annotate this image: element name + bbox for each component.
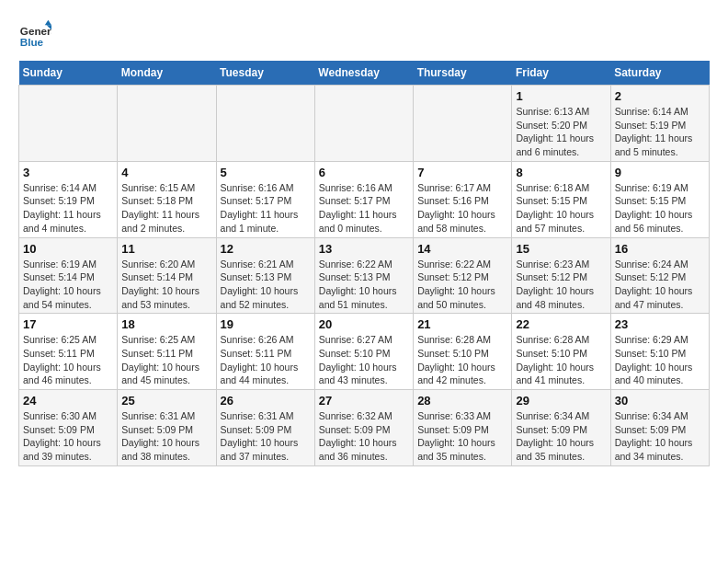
svg-text:Blue: Blue	[20, 36, 44, 48]
day-number: 27	[319, 394, 409, 408]
calendar-header: SundayMondayTuesdayWednesdayThursdayFrid…	[19, 61, 710, 86]
calendar-week: 10Sunrise: 6:19 AM Sunset: 5:14 PM Dayli…	[19, 237, 710, 314]
weekday-header: Monday	[118, 61, 216, 86]
day-info: Sunrise: 6:33 AM Sunset: 5:09 PM Dayligh…	[417, 409, 507, 464]
day-info: Sunrise: 6:15 AM Sunset: 5:18 PM Dayligh…	[121, 181, 211, 236]
calendar-week: 1Sunrise: 6:13 AM Sunset: 5:20 PM Daylig…	[19, 86, 710, 162]
day-info: Sunrise: 6:19 AM Sunset: 5:15 PM Dayligh…	[615, 181, 705, 236]
day-number: 7	[417, 166, 507, 179]
calendar-cell: 6Sunrise: 6:16 AM Sunset: 5:17 PM Daylig…	[314, 161, 413, 237]
calendar-cell: 22Sunrise: 6:28 AM Sunset: 5:10 PM Dayli…	[512, 314, 610, 390]
calendar-cell: 5Sunrise: 6:16 AM Sunset: 5:17 PM Daylig…	[216, 161, 314, 237]
day-number: 9	[615, 166, 705, 179]
day-info: Sunrise: 6:34 AM Sunset: 5:09 PM Dayligh…	[516, 409, 606, 464]
day-info: Sunrise: 6:27 AM Sunset: 5:10 PM Dayligh…	[319, 333, 409, 387]
day-number: 11	[121, 242, 211, 256]
day-info: Sunrise: 6:14 AM Sunset: 5:19 PM Dayligh…	[615, 105, 705, 159]
calendar-cell: 14Sunrise: 6:22 AM Sunset: 5:12 PM Dayli…	[414, 237, 512, 314]
day-number: 5	[221, 166, 311, 179]
calendar-cell: 8Sunrise: 6:18 AM Sunset: 5:15 PM Daylig…	[512, 161, 610, 237]
calendar-cell	[414, 86, 512, 162]
calendar-week: 24Sunrise: 6:30 AM Sunset: 5:09 PM Dayli…	[19, 390, 710, 466]
day-number: 10	[23, 242, 113, 256]
day-number: 23	[615, 317, 705, 331]
calendar-cell: 16Sunrise: 6:24 AM Sunset: 5:12 PM Dayli…	[610, 237, 709, 314]
day-number: 28	[417, 394, 507, 408]
day-number: 24	[23, 394, 113, 408]
calendar-cell: 7Sunrise: 6:17 AM Sunset: 5:16 PM Daylig…	[414, 161, 512, 237]
day-number: 12	[221, 242, 311, 256]
calendar-cell: 29Sunrise: 6:34 AM Sunset: 5:09 PM Dayli…	[512, 390, 610, 466]
day-number: 8	[516, 166, 606, 179]
day-info: Sunrise: 6:17 AM Sunset: 5:16 PM Dayligh…	[417, 181, 507, 236]
day-number: 2	[615, 89, 705, 103]
day-number: 17	[23, 317, 113, 331]
day-info: Sunrise: 6:32 AM Sunset: 5:09 PM Dayligh…	[319, 409, 409, 464]
day-info: Sunrise: 6:23 AM Sunset: 5:12 PM Dayligh…	[516, 258, 606, 312]
calendar-cell: 20Sunrise: 6:27 AM Sunset: 5:10 PM Dayli…	[314, 314, 413, 390]
calendar-cell: 28Sunrise: 6:33 AM Sunset: 5:09 PM Dayli…	[414, 390, 512, 466]
calendar-cell: 2Sunrise: 6:14 AM Sunset: 5:19 PM Daylig…	[610, 86, 709, 162]
calendar-cell: 26Sunrise: 6:31 AM Sunset: 5:09 PM Dayli…	[216, 390, 314, 466]
calendar-cell	[19, 86, 118, 162]
day-info: Sunrise: 6:20 AM Sunset: 5:14 PM Dayligh…	[121, 258, 211, 312]
weekday-header: Thursday	[414, 61, 512, 86]
day-info: Sunrise: 6:22 AM Sunset: 5:13 PM Dayligh…	[319, 258, 409, 312]
day-number: 21	[417, 317, 507, 331]
calendar-cell: 3Sunrise: 6:14 AM Sunset: 5:19 PM Daylig…	[19, 161, 118, 237]
calendar-cell	[118, 86, 216, 162]
day-number: 19	[221, 317, 311, 331]
day-info: Sunrise: 6:18 AM Sunset: 5:15 PM Dayligh…	[516, 181, 606, 236]
calendar-table: SundayMondayTuesdayWednesdayThursdayFrid…	[18, 61, 710, 466]
day-info: Sunrise: 6:26 AM Sunset: 5:11 PM Dayligh…	[221, 333, 311, 387]
day-info: Sunrise: 6:16 AM Sunset: 5:17 PM Dayligh…	[319, 181, 409, 236]
calendar-cell: 23Sunrise: 6:29 AM Sunset: 5:10 PM Dayli…	[610, 314, 709, 390]
day-number: 25	[121, 394, 211, 408]
svg-marker-2	[45, 20, 51, 25]
calendar-cell: 25Sunrise: 6:31 AM Sunset: 5:09 PM Dayli…	[118, 390, 216, 466]
day-number: 18	[121, 317, 211, 331]
calendar-cell: 21Sunrise: 6:28 AM Sunset: 5:10 PM Dayli…	[414, 314, 512, 390]
calendar-cell: 18Sunrise: 6:25 AM Sunset: 5:11 PM Dayli…	[118, 314, 216, 390]
calendar-cell: 11Sunrise: 6:20 AM Sunset: 5:14 PM Dayli…	[118, 237, 216, 314]
calendar-week: 3Sunrise: 6:14 AM Sunset: 5:19 PM Daylig…	[19, 161, 710, 237]
day-info: Sunrise: 6:28 AM Sunset: 5:10 PM Dayligh…	[417, 333, 507, 387]
day-info: Sunrise: 6:28 AM Sunset: 5:10 PM Dayligh…	[516, 333, 606, 387]
calendar-week: 17Sunrise: 6:25 AM Sunset: 5:11 PM Dayli…	[19, 314, 710, 390]
calendar-cell: 13Sunrise: 6:22 AM Sunset: 5:13 PM Dayli…	[314, 237, 413, 314]
day-info: Sunrise: 6:34 AM Sunset: 5:09 PM Dayligh…	[615, 409, 705, 464]
weekday-header: Friday	[512, 61, 610, 86]
calendar-cell: 9Sunrise: 6:19 AM Sunset: 5:15 PM Daylig…	[610, 161, 709, 237]
logo-icon: General Blue	[18, 18, 51, 52]
weekday-header: Saturday	[610, 61, 709, 86]
day-info: Sunrise: 6:25 AM Sunset: 5:11 PM Dayligh…	[121, 333, 211, 387]
calendar-cell: 24Sunrise: 6:30 AM Sunset: 5:09 PM Dayli…	[19, 390, 118, 466]
day-info: Sunrise: 6:30 AM Sunset: 5:09 PM Dayligh…	[23, 409, 113, 464]
day-number: 15	[516, 242, 606, 256]
calendar-cell: 19Sunrise: 6:26 AM Sunset: 5:11 PM Dayli…	[216, 314, 314, 390]
day-info: Sunrise: 6:14 AM Sunset: 5:19 PM Dayligh…	[23, 181, 113, 236]
day-number: 29	[516, 394, 606, 408]
page-header: General Blue	[18, 18, 710, 52]
day-number: 20	[319, 317, 409, 331]
calendar-cell: 17Sunrise: 6:25 AM Sunset: 5:11 PM Dayli…	[19, 314, 118, 390]
calendar-cell: 15Sunrise: 6:23 AM Sunset: 5:12 PM Dayli…	[512, 237, 610, 314]
calendar-cell: 12Sunrise: 6:21 AM Sunset: 5:13 PM Dayli…	[216, 237, 314, 314]
day-number: 26	[221, 394, 311, 408]
calendar-cell: 30Sunrise: 6:34 AM Sunset: 5:09 PM Dayli…	[610, 390, 709, 466]
calendar-cell: 4Sunrise: 6:15 AM Sunset: 5:18 PM Daylig…	[118, 161, 216, 237]
day-info: Sunrise: 6:31 AM Sunset: 5:09 PM Dayligh…	[221, 409, 311, 464]
weekday-header: Sunday	[19, 61, 118, 86]
day-info: Sunrise: 6:22 AM Sunset: 5:12 PM Dayligh…	[417, 258, 507, 312]
calendar-cell	[314, 86, 413, 162]
day-number: 13	[319, 242, 409, 256]
day-number: 3	[23, 166, 113, 179]
calendar-cell	[216, 86, 314, 162]
day-number: 22	[516, 317, 606, 331]
day-number: 4	[121, 166, 211, 179]
logo: General Blue	[18, 18, 55, 52]
day-number: 6	[319, 166, 409, 179]
weekday-header: Wednesday	[314, 61, 413, 86]
day-number: 30	[615, 394, 705, 408]
day-info: Sunrise: 6:31 AM Sunset: 5:09 PM Dayligh…	[121, 409, 211, 464]
